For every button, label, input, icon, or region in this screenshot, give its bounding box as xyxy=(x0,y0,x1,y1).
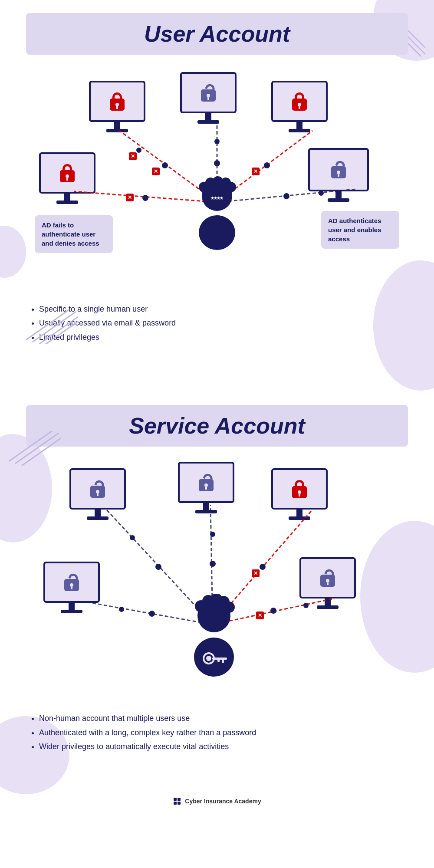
bullet-1: Specific to a single human user xyxy=(39,302,408,316)
svg-point-40 xyxy=(149,611,155,617)
service-account-title-box: Service Account xyxy=(26,405,408,447)
user-account-bullets: Specific to a single human user Usually … xyxy=(26,302,408,344)
service-account-title: Service Account xyxy=(35,413,399,439)
service-bullet-1: Non-human account that multiple users us… xyxy=(39,711,408,725)
svg-rect-54 xyxy=(212,658,227,660)
svg-point-15 xyxy=(319,191,324,196)
person-silhouette: **** xyxy=(187,176,247,252)
callout-authenticated: AD authenticates user and enables access xyxy=(321,211,399,249)
svg-rect-57 xyxy=(174,798,177,801)
svg-point-37 xyxy=(130,535,135,540)
svg-text:****: **** xyxy=(211,195,223,204)
service-bullet-2: Authenticated with a long, complex key r… xyxy=(39,726,408,740)
bullet-3: Limited privileges xyxy=(39,330,408,344)
error-badge-s2: ✕ xyxy=(256,612,264,619)
service-account-bullets: Non-human account that multiple users us… xyxy=(26,711,408,753)
svg-point-12 xyxy=(214,160,220,166)
error-badge-1: ✕ xyxy=(152,168,160,175)
error-badge-3: ✕ xyxy=(252,168,260,175)
error-badge-4: ✕ xyxy=(129,152,137,160)
deco-lines-bottom xyxy=(26,309,78,344)
footer-brand: Cyber Insurance Academy xyxy=(185,798,261,805)
user-account-title: User Account xyxy=(35,21,399,47)
svg-point-53 xyxy=(206,656,211,661)
service-account-silhouette xyxy=(181,594,247,678)
service-bullet-3: Wider privileges to automatically execut… xyxy=(39,740,408,753)
user-account-diagram: ✕ ✕ ✕ ✕ xyxy=(26,68,408,293)
bullet-2: Usually accessed via email & password xyxy=(39,316,408,330)
svg-point-36 xyxy=(155,564,161,570)
svg-line-29 xyxy=(15,433,59,464)
svg-line-28 xyxy=(9,431,52,461)
svg-point-42 xyxy=(260,564,266,570)
svg-rect-56 xyxy=(217,660,220,662)
svg-point-22 xyxy=(199,215,235,250)
svg-line-26 xyxy=(39,314,78,344)
svg-point-50 xyxy=(224,602,235,613)
user-account-title-box: User Account xyxy=(26,13,408,55)
svg-point-41 xyxy=(119,607,124,612)
svg-point-39 xyxy=(210,532,215,537)
svg-point-38 xyxy=(210,561,216,567)
svg-point-13 xyxy=(214,139,220,144)
svg-point-9 xyxy=(136,148,141,153)
service-account-diagram: ✕ ✕ xyxy=(26,460,408,703)
svg-rect-58 xyxy=(178,798,181,801)
footer: Cyber Insurance Academy xyxy=(0,788,434,819)
error-badge-s1: ✕ xyxy=(252,569,260,577)
svg-point-44 xyxy=(303,603,309,608)
svg-point-43 xyxy=(270,608,276,614)
svg-rect-60 xyxy=(178,802,181,805)
svg-rect-55 xyxy=(222,660,224,663)
svg-point-14 xyxy=(283,193,289,199)
svg-point-11 xyxy=(264,162,270,168)
callout-denied: AD fails to authenticate user and denies… xyxy=(35,215,113,253)
error-badge-2: ✕ xyxy=(126,194,134,201)
svg-line-24 xyxy=(26,309,69,340)
footer-logo-icon xyxy=(173,797,181,806)
svg-point-21 xyxy=(226,182,236,192)
svg-point-10 xyxy=(142,195,148,201)
svg-point-8 xyxy=(162,162,168,168)
svg-rect-59 xyxy=(174,802,177,805)
